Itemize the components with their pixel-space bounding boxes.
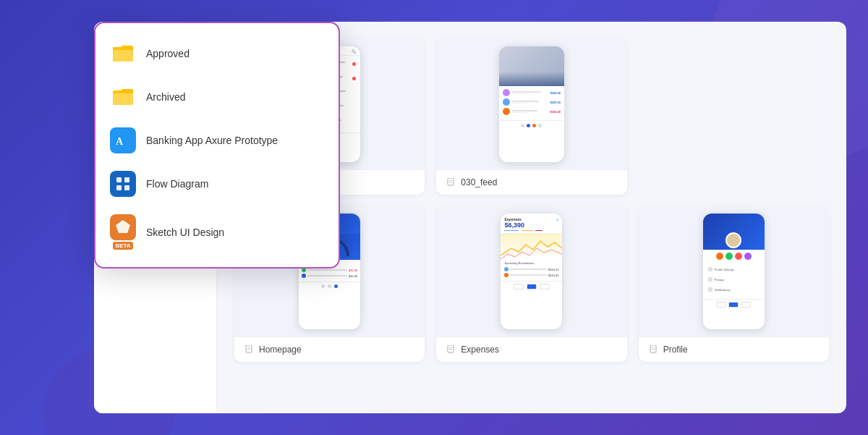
dropdown-item-flow-diagram[interactable]: Flow Diagram (95, 162, 339, 206)
profile-body: Profile Settings Privacy Notifications (703, 263, 765, 299)
profile-settings-label: Profile Settings (715, 268, 760, 271)
svg-text:A: A (116, 136, 124, 147)
ctrl-dot-feed-2 (532, 124, 536, 127)
dropdown-item-sketch-ui[interactable]: BETA Sketch UI Design (95, 206, 339, 258)
file-icon-expenses (446, 345, 456, 355)
svg-rect-39 (116, 177, 122, 182)
feed-image (499, 46, 564, 86)
folder-icon-archived (110, 84, 136, 110)
budget-ctrl-2 (328, 284, 331, 288)
card-label-profile: Profile (663, 345, 688, 355)
ctrl-dot-feed-3 (538, 124, 542, 127)
card-expenses[interactable]: Expenses ⊞ $6,390 (436, 206, 626, 362)
budget-icon-2 (302, 274, 306, 278)
card-footer-homepage: Homepage (234, 337, 425, 362)
card-preview-expenses: Expenses ⊞ $6,390 (436, 206, 626, 337)
profile-privacy-label: Privacy (715, 278, 760, 282)
profile-header (703, 214, 765, 250)
expenses-header: Expenses ⊞ $6,390 (501, 214, 562, 234)
mock-screen-expenses: Expenses ⊞ $6,390 (501, 214, 562, 329)
mini-avatar-3 (735, 253, 742, 260)
profile-ctrl-1 (716, 302, 726, 308)
dropdown-label-flow-diagram: Flow Diagram (146, 178, 208, 190)
card-profile[interactable]: Profile Settings Privacy Notifications (639, 206, 829, 362)
flow-icon (110, 171, 136, 197)
profile-controls (703, 299, 765, 310)
card-footer-expenses: Expenses (436, 337, 626, 362)
mock-unread-dot-2 (352, 77, 356, 80)
profile-notifications-label: Notifications (715, 288, 760, 292)
svg-rect-31 (449, 347, 452, 348)
feed-row-1: $524.00 (503, 89, 561, 96)
card-label-030-feed: 030_feed (461, 177, 497, 187)
exp-ctrl-1 (514, 284, 524, 290)
svg-rect-28 (247, 347, 250, 348)
expenses-chart (501, 234, 562, 259)
sketch-icon (110, 214, 136, 240)
exp-ctrl-2 (540, 284, 550, 290)
expenses-controls (501, 281, 562, 292)
expenses-body: Spending Breakdown $319.12 $210.40 (501, 259, 562, 281)
dropdown-item-banking-axure[interactable]: A Banking App Axure Prototype (95, 119, 339, 162)
profile-avatar-main (726, 232, 741, 248)
projects-dropdown: Approved Archived A Banking App Axure Pr… (94, 22, 340, 269)
feed-body: $524.00 $230.00 (499, 86, 564, 120)
file-icon-profile (649, 345, 659, 355)
file-icon-feed (446, 177, 456, 187)
card-preview-030-feed: $524.00 $230.00 (436, 39, 626, 169)
dropdown-label-approved: Approved (146, 48, 190, 59)
profile-row-notifications: Notifications (707, 286, 761, 293)
dropdown-label-archived: Archived (146, 91, 185, 103)
card-label-homepage: Homepage (259, 345, 302, 355)
profile-row-privacy: Privacy (707, 276, 761, 283)
exp-ctrl-active (527, 284, 537, 290)
card-label-expenses: Expenses (461, 345, 499, 355)
mock-unread-dot-1 (352, 62, 356, 66)
mock-screen-feed: $524.00 $230.00 (499, 46, 564, 162)
sketch-icon-wrapper: BETA (110, 214, 136, 250)
mini-avatar-2 (726, 253, 733, 260)
dropdown-label-banking-axure: Banking App Axure Prototype (146, 135, 278, 146)
profile-row-settings: Profile Settings (707, 266, 761, 273)
budget-controls (299, 282, 360, 290)
profile-mini-avatars (703, 250, 765, 263)
profile-ctrl-active (728, 302, 739, 308)
budget-ctrl-active (334, 284, 338, 288)
expenses-amount: $6,390 (504, 221, 558, 229)
dropdown-item-archived[interactable]: Archived (95, 75, 339, 119)
svg-rect-40 (124, 177, 129, 182)
feed-bottom-controls (499, 120, 564, 130)
budget-row-2: $15.00 (302, 274, 357, 278)
feed-avatar-3 (503, 108, 510, 115)
card-footer-030-feed: 030_feed (436, 169, 626, 195)
ctrl-dot-feed-active (527, 124, 530, 127)
svg-rect-38 (113, 174, 133, 194)
beta-badge: BETA (113, 242, 132, 250)
svg-rect-24 (449, 180, 452, 181)
feed-row-3: $185.00 (503, 108, 561, 115)
feed-row-2: $230.00 (503, 98, 561, 106)
feed-img-overlay (499, 72, 564, 86)
mock-screen-profile: Profile Settings Privacy Notifications (703, 214, 765, 329)
card-preview-profile: Profile Settings Privacy Notifications (639, 206, 829, 337)
file-icon-homepage (244, 345, 255, 355)
dropdown-item-approved[interactable]: Approved (95, 32, 339, 75)
feed-avatar-1 (503, 89, 510, 96)
svg-rect-25 (449, 182, 452, 182)
budget-ctrl-1 (321, 284, 325, 288)
ctrl-dot-feed-1 (521, 124, 524, 127)
card-030-feed[interactable]: $524.00 $230.00 (436, 39, 626, 195)
axure-icon: A (110, 127, 136, 153)
svg-rect-34 (652, 347, 655, 348)
folder-icon-approved (110, 41, 136, 67)
svg-rect-41 (116, 185, 122, 190)
mini-avatar-1 (716, 253, 723, 260)
mini-avatar-4 (744, 253, 752, 260)
svg-rect-32 (449, 349, 452, 350)
feed-avatar-2 (503, 98, 510, 106)
svg-rect-35 (652, 349, 655, 350)
card-footer-profile: Profile (639, 337, 829, 362)
profile-ctrl-2 (741, 302, 751, 308)
dropdown-label-sketch-ui: Sketch UI Design (146, 227, 224, 238)
svg-rect-29 (247, 349, 250, 350)
